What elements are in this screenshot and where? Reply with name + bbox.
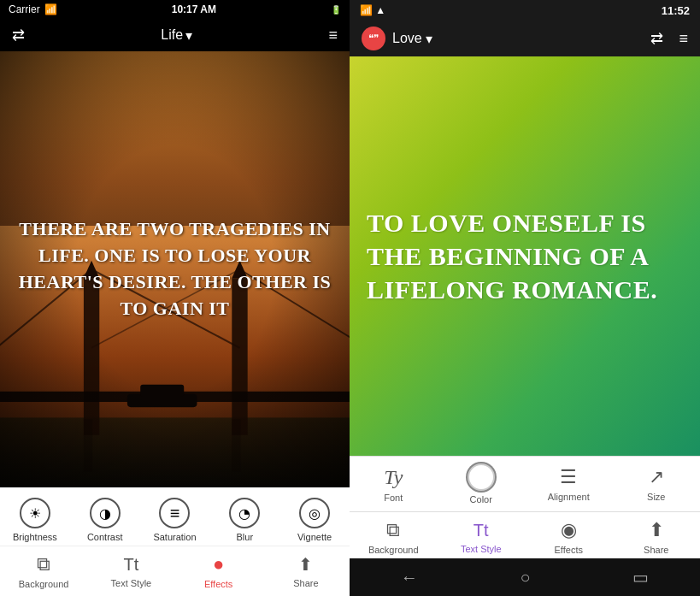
tab-background-left[interactable]: ⧉ Background — [9, 553, 78, 589]
saturation-control[interactable]: ≡ Saturation — [144, 498, 204, 542]
size-label: Size — [647, 492, 665, 502]
effects-icon-right: ◉ — [561, 519, 577, 541]
alignment-icon: ☰ — [560, 466, 577, 488]
vignette-control[interactable]: ◎ Vignette — [285, 498, 344, 542]
left-panel: Carrier 📶 10:17 AM 🔋 ⇄ Life ▾ ≡ — [0, 0, 350, 596]
blur-control[interactable]: ◔ Blur — [215, 498, 274, 542]
share-label-right: Share — [644, 545, 668, 555]
blur-label: Blur — [237, 532, 254, 542]
color-label: Color — [470, 494, 492, 505]
effects-label-right: Effects — [555, 545, 583, 555]
vignette-icon: ◎ — [299, 498, 330, 528]
textstyle-icon-right: Tt — [474, 521, 489, 540]
vignette-label: Vignette — [297, 532, 332, 542]
status-carrier: Carrier 📶 — [9, 3, 57, 15]
font-label: Font — [384, 493, 403, 503]
background-label-right: Background — [368, 545, 419, 555]
tab-effects-left[interactable]: ● Effects — [185, 553, 253, 589]
status-icons-right: 📶 ▲ — [360, 4, 385, 16]
quote-bg-right: To love oneself is the beginning of a li… — [350, 56, 700, 456]
carrier-text: Carrier — [9, 3, 40, 15]
right-panel: 📶 ▲ 11:52 ❝❞ Love ▾ ⇄ ≡ To love oneself … — [350, 0, 700, 596]
top-nav-left: ⇄ Life ▾ ≡ — [0, 19, 350, 51]
android-back-button[interactable]: ← — [401, 568, 418, 587]
tab-background-right[interactable]: ⧉ Background — [359, 519, 427, 555]
quote-text-left: There are two tragedies in life. One is … — [0, 199, 350, 339]
brightness-icon: ☀ — [20, 498, 50, 528]
contrast-control[interactable]: ◑ Contrast — [75, 498, 135, 542]
android-home-button[interactable]: ○ — [520, 568, 530, 587]
size-icon: ↗ — [649, 466, 664, 488]
size-tool[interactable]: ↗ Size — [622, 466, 691, 502]
share-icon-left: ⬆ — [298, 554, 313, 575]
nav-title-left[interactable]: Life ▾ — [161, 27, 192, 44]
battery-icon-left: 🔋 — [331, 5, 341, 15]
tab-share-left[interactable]: ⬆ Share — [272, 554, 340, 588]
contrast-label: Contrast — [87, 532, 123, 542]
font-icon: Ty — [384, 466, 403, 489]
bottom-tabs-right: ⧉ Background Tt Text Style ◉ Effects ⬆ S… — [350, 511, 700, 558]
textstyle-icon-left: Tt — [123, 555, 138, 575]
contrast-icon: ◑ — [90, 498, 121, 528]
background-label-left: Background — [19, 579, 69, 589]
blur-icon: ◔ — [229, 498, 260, 528]
text-tools-right: Ty Font Color ☰ Alignment ↗ Size — [350, 456, 700, 511]
brightness-label: Brightness — [13, 532, 57, 542]
share-label-left: Share — [293, 578, 318, 588]
top-nav-right: ❝❞ Love ▾ ⇄ ≡ — [350, 21, 700, 56]
bottom-tabs-left: ⧉ Background Tt Text Style ● Effects ⬆ S… — [0, 546, 350, 593]
alignment-label: Alignment — [548, 492, 590, 502]
textstyle-label-left: Text Style — [111, 578, 152, 588]
tab-textstyle-right[interactable]: Tt Text Style — [447, 521, 515, 554]
tab-share-right[interactable]: ⬆ Share — [622, 519, 691, 555]
wifi-icon: 📶 — [44, 3, 57, 15]
background-icon-left: ⧉ — [37, 553, 50, 575]
brightness-control[interactable]: ☀ Brightness — [5, 498, 65, 542]
android-recent-button[interactable]: ▭ — [632, 567, 649, 587]
android-nav: ← ○ ▭ — [350, 558, 700, 596]
color-tool[interactable]: Color — [447, 463, 515, 505]
status-time-left: 10:17 AM — [172, 3, 216, 15]
textstyle-label-right: Text Style — [461, 544, 502, 554]
adjustment-controls: ☀ Brightness ◑ Contrast ≡ Saturation ◔ B… — [0, 487, 350, 596]
status-bar-left: Carrier 📶 10:17 AM 🔋 — [0, 0, 350, 19]
tab-textstyle-left[interactable]: Tt Text Style — [97, 555, 165, 588]
shuffle-icon-right[interactable]: ⇄ — [650, 29, 663, 48]
effects-label-left: Effects — [204, 579, 232, 589]
background-icon-right: ⧉ — [386, 519, 400, 541]
saturation-icon: ≡ — [159, 498, 190, 528]
status-bar-right: 📶 ▲ 11:52 — [350, 0, 700, 21]
menu-icon-left[interactable]: ≡ — [328, 27, 338, 44]
effects-icon-left: ● — [213, 553, 224, 575]
adjustment-row: ☀ Brightness ◑ Contrast ≡ Saturation ◔ B… — [0, 494, 350, 546]
dropdown-icon-left: ▾ — [185, 27, 192, 44]
color-circle-icon — [468, 463, 495, 491]
nav-title-right[interactable]: Love ▾ — [392, 31, 432, 47]
share-icon-right: ⬆ — [649, 519, 664, 541]
shuffle-icon-left[interactable]: ⇄ — [12, 26, 25, 44]
font-tool[interactable]: Ty Font — [359, 466, 427, 503]
menu-icon-right[interactable]: ≡ — [679, 30, 688, 48]
quote-text-right: To love oneself is the beginning of a li… — [367, 206, 683, 306]
saturation-label: Saturation — [153, 532, 196, 542]
app-logo-right: ❝❞ — [362, 27, 385, 50]
status-time-right: 11:52 — [662, 4, 690, 17]
alignment-tool[interactable]: ☰ Alignment — [534, 466, 603, 502]
tab-effects-right[interactable]: ◉ Effects — [534, 519, 603, 555]
dropdown-icon-right: ▾ — [426, 31, 432, 47]
nav-right-icons: ⇄ ≡ — [650, 29, 688, 48]
quote-bg-left: There are two tragedies in life. One is … — [0, 51, 350, 487]
